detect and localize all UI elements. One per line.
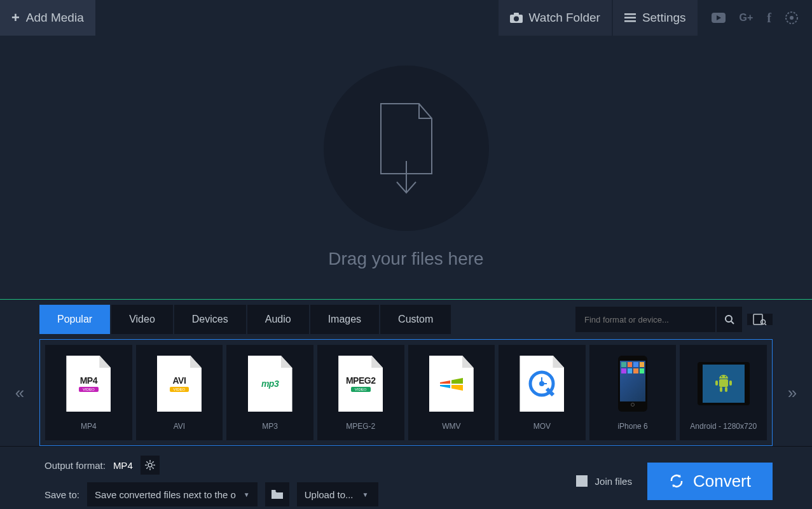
upload-to-label: Upload to... [305, 489, 354, 500]
svg-point-8 [790, 16, 794, 20]
format-tile-mpeg-2[interactable]: MPEG2VIDEOMPEG-2 [317, 345, 404, 440]
output-format-value: MP4 [113, 460, 133, 471]
svg-point-12 [761, 320, 766, 324]
footer: Output format: MP4 Save to: Save convert… [0, 446, 812, 509]
format-tabs: PopularVideoDevicesAudioImagesCustom [0, 300, 812, 339]
svg-rect-20 [729, 380, 732, 386]
format-label: MPEG-2 [346, 422, 375, 431]
tab-devices[interactable]: Devices [174, 305, 246, 334]
drop-hint: Drag your files here [328, 249, 483, 269]
svg-rect-5 [624, 20, 636, 22]
format-tile-mov[interactable]: MOV [499, 345, 586, 440]
save-to-select[interactable]: Save converted files next to the o ▼ [87, 482, 258, 506]
search-button[interactable] [717, 307, 742, 332]
gear-icon [145, 460, 155, 470]
settings-label: Settings [642, 11, 686, 25]
svg-line-33 [152, 461, 153, 463]
add-media-label: Add Media [26, 11, 84, 25]
svg-point-23 [721, 376, 722, 377]
svg-rect-3 [624, 13, 636, 15]
settings-button[interactable]: Settings [613, 0, 698, 36]
format-label: iPhone 6 [617, 422, 647, 431]
format-label: MP3 [262, 422, 278, 431]
svg-line-32 [146, 468, 148, 469]
facebook-icon[interactable]: f [767, 11, 771, 25]
format-label: Android - 1280x720 [690, 422, 757, 431]
format-icon [698, 354, 750, 413]
device-detect-icon [753, 314, 767, 325]
browse-folder-button[interactable] [265, 482, 289, 506]
join-files-label: Join files [595, 476, 632, 487]
svg-rect-21 [720, 387, 722, 392]
svg-rect-1 [514, 13, 519, 15]
camera-icon [510, 13, 523, 23]
save-to-label: Save to: [45, 489, 79, 500]
format-icon: AVIVIDEO [153, 354, 205, 413]
svg-point-2 [514, 17, 519, 22]
format-icon: MPEG2VIDEO [334, 354, 387, 413]
svg-line-31 [152, 468, 153, 469]
scroll-left-button[interactable]: « [0, 339, 39, 446]
social-links: G+ f [698, 0, 812, 36]
svg-line-13 [765, 324, 766, 325]
format-icon: mp3 [244, 354, 296, 413]
svg-rect-22 [725, 387, 727, 392]
join-files-checkbox[interactable]: Join files [576, 475, 632, 487]
svg-point-25 [148, 463, 152, 467]
googleplus-icon[interactable]: G+ [740, 12, 754, 24]
format-tile-mp4[interactable]: MP4VIDEOMP4 [45, 345, 132, 440]
watch-folder-button[interactable]: Watch Folder [499, 0, 612, 36]
refresh-icon [669, 473, 684, 489]
tab-custom[interactable]: Custom [380, 305, 451, 334]
svg-rect-18 [719, 379, 728, 387]
detect-device-button[interactable] [747, 314, 773, 325]
format-label: MOV [533, 422, 551, 431]
chevron-down-icon: ▼ [241, 491, 252, 498]
search-input[interactable] [575, 307, 715, 332]
format-label: MP4 [81, 422, 97, 431]
magnifier-icon [725, 315, 734, 324]
svg-line-30 [146, 461, 148, 463]
spacer [95, 0, 497, 36]
format-tile-avi[interactable]: AVIVIDEOAVI [136, 345, 223, 440]
svg-rect-4 [624, 17, 636, 19]
format-tile-mp3[interactable]: mp3MP3 [226, 345, 313, 440]
format-tile-wmv[interactable]: WMV [408, 345, 495, 440]
file-drop-icon [371, 101, 441, 196]
add-media-button[interactable]: + Add Media [0, 0, 95, 36]
folder-icon [272, 490, 283, 499]
svg-point-9 [726, 316, 732, 322]
watch-folder-label: Watch Folder [529, 11, 600, 25]
chevron-down-icon: ▼ [359, 491, 371, 498]
format-tile-android-1280x720[interactable]: Android - 1280x720 [680, 345, 767, 440]
tab-popular[interactable]: Popular [39, 305, 110, 334]
svg-point-24 [725, 376, 726, 377]
format-tile-iphone-6[interactable]: iPhone 6 [589, 345, 677, 440]
convert-label: Convert [693, 471, 751, 491]
format-icon [607, 354, 659, 413]
search-wrap [575, 307, 742, 332]
drop-zone[interactable]: Drag your files here [0, 36, 812, 299]
save-to-value: Save converted files next to the o [95, 489, 236, 500]
output-settings-button[interactable] [141, 456, 160, 475]
format-icon: MP4VIDEO [62, 354, 114, 413]
format-label: AVI [174, 422, 185, 431]
format-icon [425, 354, 478, 413]
tab-images[interactable]: Images [310, 305, 379, 334]
app-icon[interactable] [785, 11, 798, 24]
top-toolbar: + Add Media Watch Folder Settings G+ f [0, 0, 812, 36]
scroll-right-button[interactable]: » [773, 339, 812, 446]
tab-audio[interactable]: Audio [247, 305, 309, 334]
format-label: WMV [442, 422, 460, 431]
drop-circle [324, 66, 489, 231]
plus-icon: + [11, 10, 20, 26]
svg-rect-19 [715, 380, 718, 386]
menu-icon [624, 13, 636, 22]
youtube-icon[interactable] [712, 13, 726, 23]
output-format-label: Output format: [45, 460, 106, 471]
convert-button[interactable]: Convert [647, 463, 773, 500]
formats-list: MP4VIDEOMP4AVIVIDEOAVImp3MP3MPEG2VIDEOMP… [39, 339, 773, 446]
upload-to-select[interactable]: Upload to... ▼ [297, 482, 379, 506]
formats-row: « MP4VIDEOMP4AVIVIDEOAVImp3MP3MPEG2VIDEO… [0, 339, 812, 446]
tab-video[interactable]: Video [111, 305, 173, 334]
